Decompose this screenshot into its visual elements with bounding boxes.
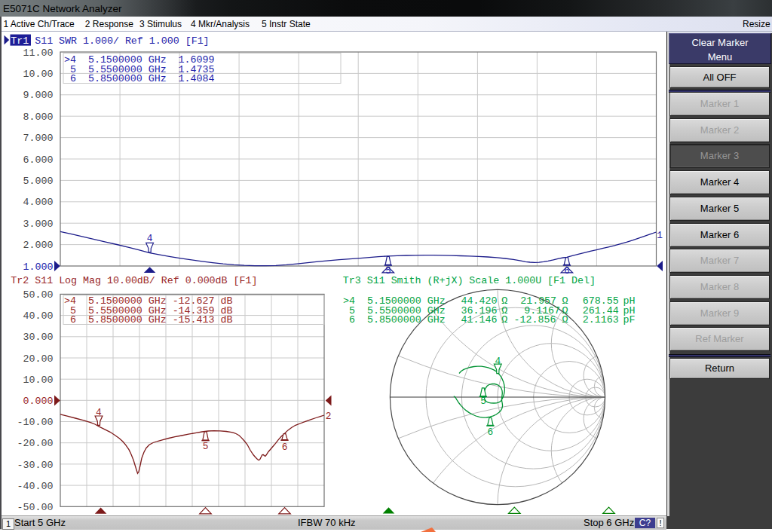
svg-text:6 5.8500000 GHz 1.4084: 6 5.8500000 GHz 1.4084: [64, 73, 215, 84]
svg-text:8.000: 8.000: [23, 112, 54, 123]
svg-text:-50.00: -50.00: [17, 502, 54, 513]
svg-text:6 5.8500000 GHz -15.413 dB: 6 5.8500000 GHz -15.413 dB: [64, 314, 232, 326]
svg-text:Tr1: Tr1: [11, 35, 29, 47]
svg-text:-10.00: -10.00: [17, 417, 54, 428]
svg-text:4.000: 4.000: [23, 197, 54, 208]
svg-text:5.000: 5.000: [23, 176, 54, 187]
svg-text:9.000: 9.000: [23, 90, 54, 101]
svg-text:-20.00: -20.00: [17, 438, 54, 449]
svg-text:5: 5: [480, 396, 486, 407]
svg-text:Ω: Ω: [562, 314, 568, 326]
svg-text:6: 6: [488, 427, 494, 438]
svg-text:10.00: 10.00: [23, 375, 54, 386]
svg-text:40.00: 40.00: [23, 310, 54, 322]
svg-text:2: 2: [326, 411, 332, 422]
svg-text:6: 6: [282, 442, 288, 453]
svg-text:5: 5: [203, 441, 209, 452]
svg-text:pF: pF: [623, 314, 636, 326]
svg-text:41.146: 41.146: [461, 314, 498, 326]
svg-text:50.00: 50.00: [23, 289, 54, 301]
svg-text:-30.00: -30.00: [17, 460, 54, 471]
svg-text:-12.856: -12.856: [514, 314, 556, 326]
svg-text:2.1163: 2.1163: [583, 314, 619, 326]
svg-text:Ω: Ω: [501, 314, 507, 326]
svg-text:6 5.8500000 GHz: 6 5.8500000 GHz: [343, 314, 446, 326]
svg-text:30.00: 30.00: [23, 332, 54, 343]
svg-text:6.000: 6.000: [23, 154, 54, 166]
svg-text:3.000: 3.000: [23, 219, 54, 230]
svg-text:1.000: 1.000: [23, 261, 54, 273]
svg-text:0.000: 0.000: [23, 396, 54, 407]
svg-text:20.00: 20.00: [23, 353, 54, 365]
svg-text:10.00: 10.00: [23, 69, 54, 80]
svg-text:11.00: 11.00: [23, 47, 54, 59]
svg-text:2.000: 2.000: [23, 240, 54, 251]
svg-text:-40.00: -40.00: [17, 481, 54, 492]
svg-text:Tr3 S11 Smith (R+jX) Scale 1.0: Tr3 S11 Smith (R+jX) Scale 1.000U [F1 De…: [343, 275, 596, 286]
svg-text:S11 SWR 1.000/ Ref 1.000 [F1]: S11 SWR 1.000/ Ref 1.000 [F1]: [35, 35, 209, 47]
svg-text:Tr2 S11 Log Mag 10.00dB/ Ref 0: Tr2 S11 Log Mag 10.00dB/ Ref 0.000dB [F1…: [11, 275, 257, 286]
svg-text:4: 4: [147, 233, 153, 244]
svg-text:1: 1: [657, 230, 663, 241]
svg-text:7.000: 7.000: [23, 133, 54, 144]
